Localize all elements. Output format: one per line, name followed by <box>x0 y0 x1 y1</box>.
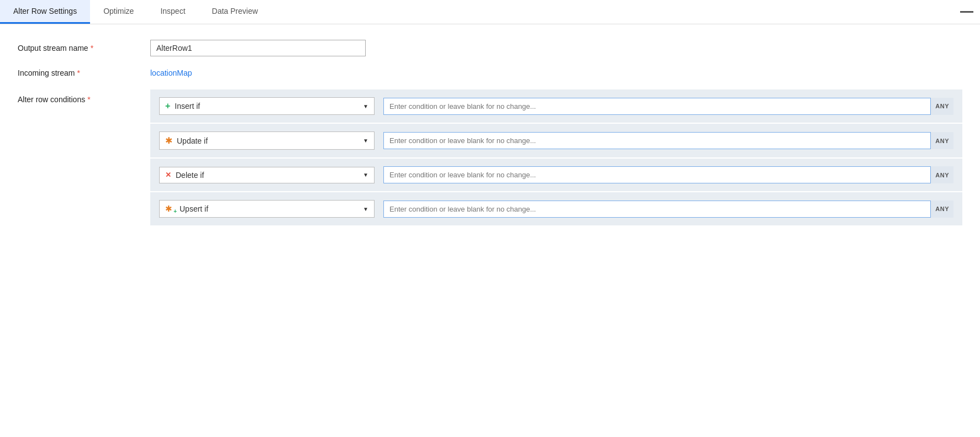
delete-if-dropdown[interactable]: ✕ Delete if ▼ <box>159 167 375 183</box>
output-stream-input[interactable] <box>150 40 366 56</box>
upsert-icon: ✱ + <box>165 204 175 214</box>
main-window: Alter Row Settings Optimize Inspect Data… <box>0 0 980 437</box>
insert-icon: + <box>165 101 170 111</box>
incoming-stream-label: Incoming stream * <box>18 69 150 77</box>
required-star-incoming: * <box>77 69 80 77</box>
update-condition-input[interactable] <box>383 132 953 149</box>
tab-alter-row-settings[interactable]: Alter Row Settings <box>0 0 90 24</box>
required-star-conditions: * <box>87 95 90 104</box>
update-condition-wrap: ANY <box>383 132 953 149</box>
update-if-label: Update if <box>177 136 208 145</box>
delete-dropdown-arrow: ▼ <box>363 172 368 178</box>
insert-dropdown-arrow: ▼ <box>363 103 368 109</box>
update-if-dropdown[interactable]: ✱ Update if ▼ <box>159 131 375 150</box>
upsert-if-dropdown[interactable]: ✱ + Upsert if ▼ <box>159 200 375 218</box>
upsert-condition-wrap: ANY <box>383 201 953 218</box>
upsert-dropdown-arrow: ▼ <box>363 206 368 212</box>
window-controls <box>960 0 980 24</box>
upsert-star: ✱ <box>165 204 172 214</box>
tab-bar: Alter Row Settings Optimize Inspect Data… <box>0 0 980 24</box>
update-icon: ✱ <box>165 135 172 146</box>
required-star-output: * <box>91 44 93 52</box>
upsert-plus: + <box>173 208 177 214</box>
condition-row-update: ✱ Update if ▼ ANY <box>150 124 962 157</box>
tab-optimize[interactable]: Optimize <box>90 0 147 24</box>
upsert-if-label: Upsert if <box>180 204 208 213</box>
upsert-condition-input[interactable] <box>383 201 953 218</box>
alter-conditions-section: Alter row conditions * + Insert if ▼ <box>18 89 962 227</box>
insert-condition-wrap: ANY <box>383 98 953 115</box>
output-stream-row: Output stream name * <box>18 40 962 56</box>
update-any-badge: ANY <box>930 132 953 149</box>
output-stream-label: Output stream name * <box>18 44 150 52</box>
delete-condition-input[interactable] <box>383 166 953 183</box>
upsert-any-badge: ANY <box>930 201 953 218</box>
insert-if-label: Insert if <box>175 102 200 110</box>
minimize-icon[interactable] <box>960 11 973 13</box>
delete-if-label: Delete if <box>176 171 204 180</box>
delete-icon: ✕ <box>165 171 171 179</box>
tab-inspect[interactable]: Inspect <box>147 0 198 24</box>
incoming-stream-row: Incoming stream * locationMap <box>18 69 962 77</box>
delete-any-badge: ANY <box>930 166 953 183</box>
condition-row-insert: + Insert if ▼ ANY <box>150 89 962 123</box>
insert-condition-input[interactable] <box>383 98 953 115</box>
condition-row-delete: ✕ Delete if ▼ ANY <box>150 159 962 191</box>
update-dropdown-arrow: ▼ <box>363 138 368 144</box>
insert-if-dropdown[interactable]: + Insert if ▼ <box>159 97 375 115</box>
tab-data-preview[interactable]: Data Preview <box>199 0 271 24</box>
incoming-stream-link[interactable]: locationMap <box>150 69 192 77</box>
insert-any-badge: ANY <box>930 98 953 115</box>
condition-row-upsert: ✱ + Upsert if ▼ ANY <box>150 192 962 225</box>
conditions-list: + Insert if ▼ ANY ✱ Upd <box>150 89 962 227</box>
alter-conditions-label: Alter row conditions * <box>18 89 150 104</box>
delete-condition-wrap: ANY <box>383 166 953 183</box>
main-content: Output stream name * Incoming stream * l… <box>0 24 980 437</box>
